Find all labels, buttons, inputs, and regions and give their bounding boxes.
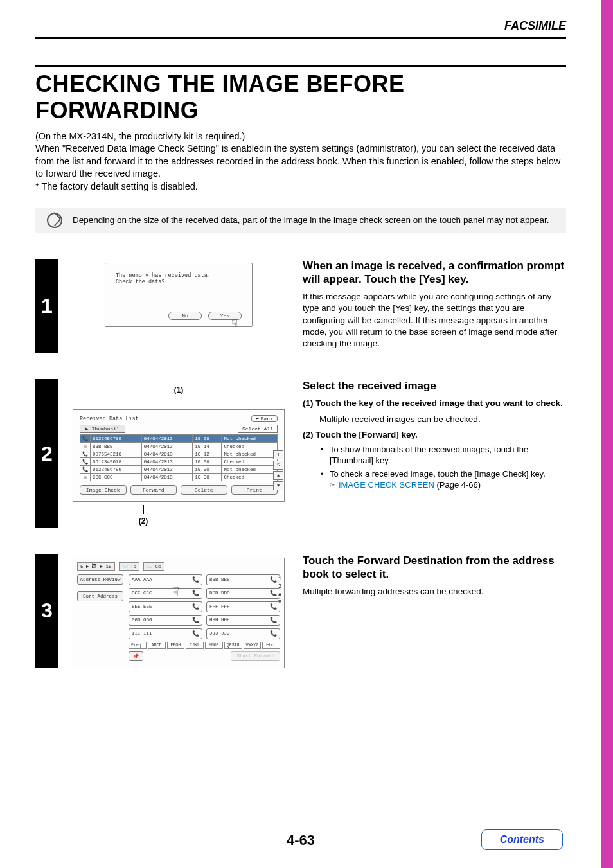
- address-cell[interactable]: BBB BBB📞: [206, 574, 280, 585]
- alpha-tab[interactable]: IJKL: [186, 642, 204, 649]
- divider-thick: [35, 37, 566, 39]
- address-cell[interactable]: JJJ JJJ📞: [206, 628, 280, 639]
- step3-heading: Touch the Forward Destination from the a…: [303, 554, 566, 581]
- pager: 1 5 ▲ ▼: [273, 450, 283, 490]
- pager: 1 2 ▲ ▼: [278, 576, 281, 605]
- step-number: 3: [35, 554, 58, 668]
- table-row[interactable]: 📞061234567804/04/201310:08Checked: [80, 458, 278, 466]
- alpha-tab[interactable]: EFGH: [167, 642, 185, 649]
- page-current: 1: [273, 450, 283, 459]
- to-chip[interactable]: 📨 To: [119, 562, 140, 571]
- page-title: CHECKING THE IMAGE BEFORE FORWARDING: [35, 71, 566, 124]
- step2-bul2: To check a receieved image, touch the [I…: [321, 469, 566, 491]
- cc-chip[interactable]: 📨 Cc: [143, 562, 164, 571]
- intro-line1: (On the MX-2314N, the productivity kit i…: [35, 130, 566, 143]
- alpha-tab[interactable]: VWXYZ: [244, 642, 262, 649]
- alpha-tab[interactable]: MNOP: [205, 642, 223, 649]
- page-total: 5: [273, 461, 283, 470]
- step2-sub1-desc: Multiple received images can be checked.: [319, 414, 566, 425]
- page-number: 4-63: [287, 832, 315, 848]
- step2-heading: Select the received image: [303, 379, 566, 393]
- cursor-icon: ☟: [231, 317, 238, 330]
- delete-button[interactable]: Delete: [181, 485, 227, 495]
- breadcrumb: 5 ▶ 🖼 ▶ 15: [77, 562, 115, 571]
- page-up-button[interactable]: ▲: [273, 471, 283, 480]
- pin-button[interactable]: 📌: [129, 651, 143, 661]
- step3-body: Multiple forwarding addresses can be che…: [303, 586, 566, 598]
- step2-sub1: (1) Touch the key of the received image …: [303, 398, 566, 409]
- image-check-button[interactable]: Image Check: [80, 485, 127, 495]
- select-all-button[interactable]: Select All: [238, 425, 278, 433]
- page-up-button[interactable]: ▲: [278, 591, 281, 598]
- step-number: 1: [35, 259, 58, 354]
- address-cell[interactable]: EEE EEE📞: [129, 601, 202, 612]
- address-cell[interactable]: AAA AAA📞: [129, 574, 202, 585]
- list-title: Received Data List: [80, 416, 139, 422]
- step1-body: If this message appears while you are co…: [303, 291, 566, 350]
- step-2: 2 (1) Received Data List ⬅Back ▶ Thumbna…: [35, 379, 566, 528]
- alpha-tab[interactable]: QRSTU: [224, 642, 242, 649]
- table-row[interactable]: ✉CCC CCC04/04/201310:00Checked: [80, 474, 278, 481]
- link-suffix: (Page 4-66): [434, 480, 481, 490]
- received-data-table: 📞012345678904/04/201310:28Not checked ✉B…: [80, 434, 278, 481]
- address-cell[interactable]: III III📞: [129, 628, 202, 639]
- alpha-tabs: Freq. ABCD EFGH IJKL MNOP QRSTU VWXYZ et…: [129, 642, 280, 649]
- back-button[interactable]: ⬅Back: [251, 415, 278, 422]
- intro-line3: * The factory default setting is disable…: [35, 181, 566, 193]
- address-cell[interactable]: FFF FFF📞: [206, 601, 280, 612]
- forward-button[interactable]: Forward: [130, 485, 177, 495]
- address-book-screenshot: 5 ▶ 🖼 ▶ 15 📨 To 📨 Cc Address Review Sort…: [73, 558, 285, 668]
- pointer-icon: ☞: [330, 481, 336, 490]
- table-row[interactable]: 📞987654321004/04/201310:12Not checked: [80, 450, 278, 458]
- address-cell[interactable]: DDD DDD📞: [206, 588, 280, 599]
- sort-address-button[interactable]: Sort Address: [77, 591, 123, 601]
- title-rule: [35, 65, 566, 67]
- address-cell[interactable]: CCC CCC📞: [129, 588, 202, 599]
- step2-sub2: (2) Touch the [Forward] key.: [303, 429, 566, 441]
- contents-button[interactable]: Contents: [481, 829, 563, 850]
- section-header: FACSIMILE: [35, 19, 566, 33]
- table-row[interactable]: 📞012345678904/04/201310:00Not checked: [80, 466, 278, 474]
- alpha-tab[interactable]: ABCD: [148, 642, 166, 649]
- callout-2-label: (2): [0, 517, 290, 526]
- table-row[interactable]: 📞012345678904/04/201310:28Not checked: [80, 435, 278, 443]
- thumbnail-tab[interactable]: ▶ Thumbnail: [80, 425, 125, 433]
- dialog-msg2: Check the data?: [116, 279, 242, 285]
- note-bar: Depending on the size of the received da…: [35, 208, 566, 233]
- alpha-tab[interactable]: etc.: [262, 642, 280, 649]
- image-check-screen-link[interactable]: IMAGE CHECK SCREEN: [339, 480, 434, 490]
- callout-1-label: (1): [67, 385, 290, 394]
- pencil-icon: [47, 213, 62, 228]
- step1-heading: When an image is received, a confirmatio…: [303, 259, 566, 287]
- address-cell[interactable]: GGG GGG📞: [129, 615, 202, 626]
- no-button[interactable]: No: [168, 312, 202, 320]
- step2-bul1: To show thumbnails of the received image…: [321, 445, 566, 466]
- received-data-list-screenshot: Received Data List ⬅Back ▶ Thumbnail Sel…: [73, 409, 285, 502]
- address-review-button[interactable]: Address Review: [77, 574, 123, 585]
- address-cell[interactable]: HHH HHH📞: [206, 615, 280, 626]
- start-forward-button[interactable]: Start Forward: [231, 651, 280, 661]
- intro-line2: When "Received Data Image Check Setting"…: [35, 143, 566, 181]
- step-1: 1 The memory has received data. Check th…: [35, 259, 566, 354]
- step-3: 3 5 ▶ 🖼 ▶ 15 📨 To 📨 Cc Address Review So…: [35, 554, 566, 668]
- page-down-button[interactable]: ▼: [278, 599, 281, 605]
- dialog-msg1: The memory has received data.: [116, 272, 242, 279]
- cursor-icon: ☟: [172, 585, 179, 599]
- print-button[interactable]: Print: [231, 485, 278, 495]
- confirm-dialog-screenshot: The memory has received data. Check the …: [105, 263, 253, 327]
- note-text: Depending on the size of the received da…: [73, 215, 549, 225]
- page-down-button[interactable]: ▼: [273, 481, 283, 490]
- alpha-tab[interactable]: Freq.: [129, 642, 147, 649]
- page-current: 1: [278, 576, 281, 582]
- table-row[interactable]: ✉BBB BBB04/04/201310:14Checked: [80, 443, 278, 450]
- page-total: 2: [278, 583, 281, 590]
